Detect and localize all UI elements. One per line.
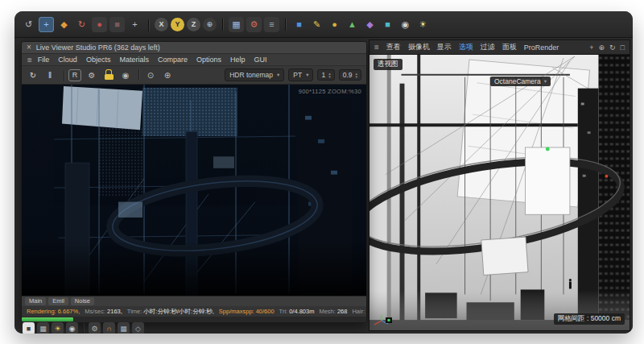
sun-light-icon[interactable]: ☀: [52, 322, 64, 334]
move-tool-icon[interactable]: +: [39, 17, 54, 32]
z-axis-lock-icon[interactable]: Z: [187, 18, 200, 31]
zoom-view-icon[interactable]: ⊕: [598, 44, 605, 52]
y-axis-lock-icon[interactable]: Y: [171, 18, 184, 31]
status-tab[interactable]: Noise: [71, 297, 94, 305]
grid-size-badge: 网格间距 : 50000 cm: [554, 313, 625, 325]
pause-icon[interactable]: ‖: [43, 68, 56, 81]
menu-item[interactable]: File: [38, 56, 50, 64]
left-render-scene: [22, 85, 366, 296]
kernel-select[interactable]: PT ▾: [288, 68, 313, 81]
camera-icon[interactable]: ◉: [66, 322, 78, 334]
status-segment: Rendering:6.667%,: [27, 308, 80, 315]
live-viewer-toolbar-icons: ↻ ‖ R ⚙ ◉ ⊙ ⊕: [27, 68, 174, 81]
workplane-axis-icon[interactable]: ◇: [132, 322, 144, 334]
picture-viewer-icon[interactable]: ▦: [37, 322, 49, 334]
live-viewer-menubar: ≡ FileCloudObjectsMaterialsCompareOption…: [22, 54, 366, 66]
menu-item[interactable]: Compare: [158, 56, 188, 64]
viewport-render-icon[interactable]: ■: [23, 322, 35, 334]
viewport-menu-item[interactable]: 查看: [386, 42, 401, 52]
viewport-menu-item[interactable]: ProRender: [524, 44, 559, 52]
status-segment: Ms/sec:2163,: [85, 308, 122, 315]
viewport-menu-items: 查看 摄像机 显示 选项 过滤 面板 ProRender: [386, 42, 559, 52]
settings-gear-icon[interactable]: ⚙: [85, 68, 98, 81]
viewport-menu-item[interactable]: 面板: [502, 42, 517, 52]
menu-icon[interactable]: ≡: [27, 56, 32, 64]
camera-label: OctaneCamera: [494, 77, 541, 85]
viewport-menu-item[interactable]: 显示: [437, 42, 452, 52]
x-axis-lock-icon[interactable]: X: [155, 18, 168, 31]
sphere-icon[interactable]: ●: [327, 17, 342, 32]
kernel-value: PT: [293, 71, 302, 79]
tonemap-value: HDR tonemap: [229, 71, 273, 79]
camera-lock-icon[interactable]: ◉: [119, 68, 132, 81]
render-queue-icon[interactable]: ≡: [264, 17, 279, 32]
region-render-icon[interactable]: R: [68, 69, 81, 81]
viewport-menu-item[interactable]: 过滤: [481, 42, 495, 52]
menu-item[interactable]: GUI: [254, 56, 266, 64]
viewport-menu-item[interactable]: 选项: [459, 42, 473, 52]
spline-pen-icon[interactable]: ✎: [309, 17, 324, 32]
tonemap-select[interactable]: HDR tonemap ▾: [225, 68, 284, 81]
coord-system-icon[interactable]: ⊕: [203, 18, 217, 31]
menu-item[interactable]: Materials: [119, 56, 149, 64]
close-icon[interactable]: ×: [27, 44, 31, 52]
pan-view-icon[interactable]: +: [589, 44, 593, 52]
scale-tool-icon[interactable]: ◆: [56, 17, 72, 32]
menu-item[interactable]: Options: [196, 56, 221, 64]
render-view-icon[interactable]: ▦: [229, 17, 244, 32]
panel-menu-icon[interactable]: ≡: [374, 43, 379, 52]
lock-icon[interactable]: [102, 68, 115, 81]
status-segment: Time:小时:分钟:秒/小时:分钟:秒,: [127, 308, 214, 316]
status-segment: Tri:0/4.803m: [279, 308, 315, 315]
light-icon[interactable]: ☀: [415, 17, 431, 32]
chevron-down-icon: ▾: [544, 78, 547, 85]
main-toolbar: ↺ + ◆ ↻ ● ■ + X Y Z ⊕ ▦: [14, 11, 633, 38]
camera-icon[interactable]: ◉: [398, 17, 413, 32]
menu-item[interactable]: Cloud: [58, 56, 77, 64]
view-label-badge[interactable]: 透视图: [374, 59, 402, 70]
rotate-view-icon[interactable]: ↻: [609, 44, 616, 52]
status-tab[interactable]: Main: [25, 297, 46, 305]
stepper-arrows-icon[interactable]: ▴ ▾: [328, 72, 331, 78]
samples-stepper[interactable]: 1 ▴ ▾: [317, 69, 334, 81]
status-bar: Rendering:6.667%, Ms/sec:2163, Time:小时:分…: [22, 306, 366, 317]
menu-item[interactable]: Help: [230, 56, 246, 64]
mograph-icon[interactable]: ▲: [345, 17, 360, 32]
right-render-scene: [369, 55, 630, 330]
add-cube-icon[interactable]: ■: [291, 17, 307, 32]
chevron-down-icon: ▾: [277, 72, 279, 78]
focus-picker-icon[interactable]: ⊕: [161, 68, 174, 81]
render-viewport[interactable]: 900*1125 ZOOM:%30: [22, 85, 366, 296]
toolbar-controls: HDR tonemap ▾ PT ▾ 1 ▴ ▾: [225, 68, 361, 81]
viewport-menu-item[interactable]: 摄像机: [408, 42, 430, 52]
deformer-icon[interactable]: ◆: [362, 17, 378, 32]
gears-icon[interactable]: ⚙: [89, 322, 101, 334]
last-tool-icon[interactable]: ●: [92, 17, 107, 32]
step-down-icon[interactable]: ▾: [328, 75, 331, 78]
grid-snap-icon[interactable]: ▦: [118, 322, 130, 334]
status-segment: Spp/maxspp:40/600: [219, 308, 275, 315]
camera-label-badge[interactable]: OctaneCamera ▾: [490, 77, 551, 86]
undo-icon[interactable]: ↺: [21, 17, 36, 32]
workspace: ≡ 查看 摄像机 显示 选项 过滤 面板: [14, 38, 633, 334]
rotate-tool-icon[interactable]: ↻: [74, 17, 89, 32]
add-icon[interactable]: +: [127, 17, 142, 32]
menu-item[interactable]: Objects: [86, 56, 111, 64]
perspective-viewport[interactable]: 透视图 OctaneCamera ▾ 网格间距 : 50000 cm: [369, 55, 630, 330]
render-settings-icon[interactable]: ⚙: [246, 17, 262, 32]
snap-magnet-icon[interactable]: ∩: [103, 322, 115, 334]
exposure-stepper[interactable]: 0.9 ▴ ▾: [339, 69, 361, 81]
environment-icon[interactable]: ■: [380, 17, 395, 32]
axis-gizmo-icon: [373, 314, 394, 327]
stepper-arrows-icon[interactable]: ▴ ▾: [355, 72, 357, 78]
live-viewer-window: × Live Viewer Studio PR6 (362 days left)…: [21, 41, 367, 323]
cinema4d-window: ↺ + ◆ ↻ ● ■ + X Y Z ⊕ ▦: [14, 11, 633, 334]
material-picker-icon[interactable]: ⊙: [144, 68, 157, 81]
workplane-icon[interactable]: ■: [109, 17, 125, 32]
toggle-view-icon[interactable]: □: [621, 44, 625, 52]
step-down-icon[interactable]: ▾: [355, 75, 357, 78]
progress-fill: [22, 317, 73, 321]
sync-icon[interactable]: ↻: [27, 68, 39, 81]
status-tab[interactable]: Emil: [48, 297, 68, 305]
live-viewer-titlebar[interactable]: × Live Viewer Studio PR6 (362 days left): [22, 42, 366, 54]
